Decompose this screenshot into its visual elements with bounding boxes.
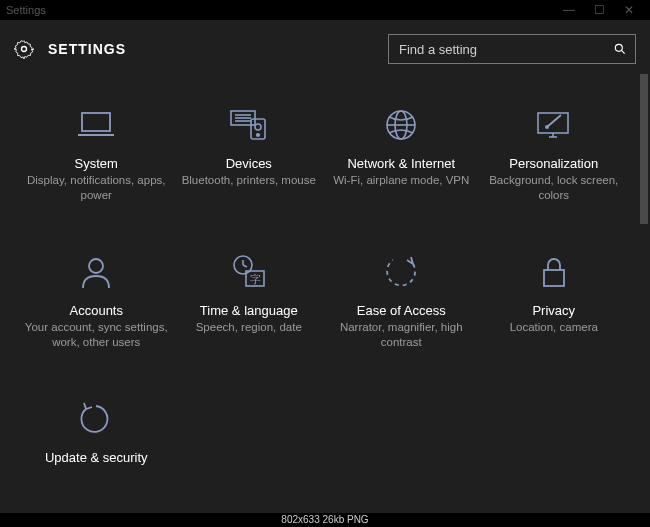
tile-title: Time & language xyxy=(200,303,298,318)
personalization-icon xyxy=(533,107,575,143)
tile-desc: Speech, region, date xyxy=(196,320,302,335)
svg-rect-25 xyxy=(544,270,564,286)
window-title: Settings xyxy=(6,4,554,16)
close-button[interactable]: ✕ xyxy=(614,3,644,17)
titlebar: Settings — ☐ ✕ xyxy=(0,0,650,20)
devices-icon xyxy=(227,107,271,143)
settings-window: Settings — ☐ ✕ SETTINGS xyxy=(0,0,650,527)
search-icon xyxy=(613,42,627,56)
svg-point-19 xyxy=(89,259,103,273)
ease-of-access-icon xyxy=(383,254,419,290)
svg-point-18 xyxy=(545,125,549,129)
image-meta-bar: 802x633 26kb PNG xyxy=(0,513,650,527)
content-area: System Display, notifications, apps, pow… xyxy=(0,74,650,527)
update-icon xyxy=(78,401,114,437)
laptop-icon xyxy=(74,107,118,143)
maximize-button[interactable]: ☐ xyxy=(584,3,614,17)
tile-desc: Location, camera xyxy=(510,320,598,335)
svg-point-0 xyxy=(22,47,27,52)
tile-desc: Bluetooth, printers, mouse xyxy=(182,173,316,188)
globe-icon xyxy=(383,107,419,143)
tile-accounts[interactable]: Accounts Your account, sync settings, wo… xyxy=(20,251,173,350)
tile-title: Devices xyxy=(226,156,272,171)
tile-devices[interactable]: Devices Bluetooth, printers, mouse xyxy=(173,104,326,203)
person-icon xyxy=(79,254,113,290)
time-language-icon: 字 xyxy=(229,253,269,291)
tile-time-language[interactable]: 字 Time & language Speech, region, date xyxy=(173,251,326,350)
tile-title: Network & Internet xyxy=(347,156,455,171)
tile-desc: Background, lock screen, colors xyxy=(482,173,627,203)
svg-rect-3 xyxy=(82,113,110,131)
tile-title: System xyxy=(75,156,118,171)
tile-update-security[interactable]: Update & security xyxy=(20,398,173,467)
tile-title: Personalization xyxy=(509,156,598,171)
search-input[interactable] xyxy=(397,41,613,58)
lock-icon xyxy=(539,254,569,290)
tile-title: Privacy xyxy=(532,303,575,318)
tile-title: Update & security xyxy=(45,450,148,465)
tile-desc: Your account, sync settings, work, other… xyxy=(24,320,169,350)
tile-system[interactable]: System Display, notifications, apps, pow… xyxy=(20,104,173,203)
svg-text:字: 字 xyxy=(249,273,260,285)
scrollbar-thumb[interactable] xyxy=(640,74,648,224)
svg-point-10 xyxy=(255,124,261,130)
tile-title: Accounts xyxy=(70,303,123,318)
tile-privacy[interactable]: Privacy Location, camera xyxy=(478,251,631,350)
tile-personalization[interactable]: Personalization Background, lock screen,… xyxy=(478,104,631,203)
tile-ease-of-access[interactable]: Ease of Access Narrator, magnifier, high… xyxy=(325,251,478,350)
search-box[interactable] xyxy=(388,34,636,64)
tile-network[interactable]: Network & Internet Wi-Fi, airplane mode,… xyxy=(325,104,478,203)
header-bar: SETTINGS xyxy=(0,20,650,74)
svg-line-2 xyxy=(621,50,624,53)
minimize-button[interactable]: — xyxy=(554,3,584,17)
tiles-grid: System Display, notifications, apps, pow… xyxy=(0,74,650,467)
svg-line-22 xyxy=(243,265,247,267)
svg-point-1 xyxy=(615,44,622,51)
tile-desc: Narrator, magnifier, high contrast xyxy=(329,320,474,350)
page-title: SETTINGS xyxy=(48,41,388,57)
tile-title: Ease of Access xyxy=(357,303,446,318)
tile-desc: Wi-Fi, airplane mode, VPN xyxy=(333,173,469,188)
svg-point-11 xyxy=(256,134,259,137)
tile-desc: Display, notifications, apps, power xyxy=(24,173,169,203)
gear-icon xyxy=(14,39,34,59)
